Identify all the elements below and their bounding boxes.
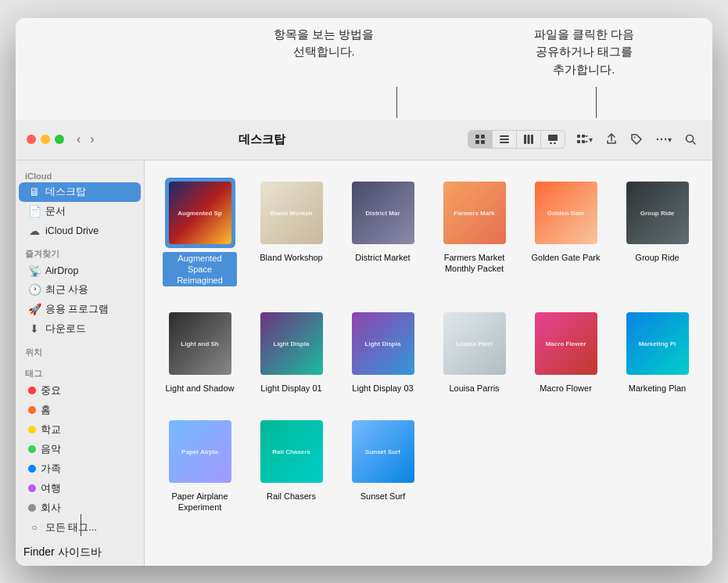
- sidebar-item-home[interactable]: 홈: [19, 401, 141, 420]
- back-button[interactable]: ‹: [74, 131, 84, 148]
- more-options-button[interactable]: ▾: [651, 130, 676, 149]
- file-item-light-display1[interactable]: Light DisplaLight Display 01: [249, 304, 334, 398]
- sidebar-item-important-label: 중요: [41, 384, 61, 398]
- tooltip-left: 항목을 보는 방법을선택합니다.: [274, 26, 374, 61]
- search-button[interactable]: [680, 130, 701, 149]
- sidebar-item-documents[interactable]: 📄 문서: [19, 202, 141, 221]
- sidebar-item-downloads[interactable]: ⬇ 다운로드: [19, 319, 141, 339]
- svg-rect-12: [554, 142, 556, 144]
- sidebar-item-applications[interactable]: 🚀 응용 프로그램: [19, 300, 141, 319]
- svg-rect-15: [577, 140, 580, 143]
- file-item-light-display3[interactable]: Light DisplaLight Display 03: [340, 304, 425, 398]
- file-item-group[interactable]: Group RideGroup Ride: [615, 173, 700, 292]
- svg-point-20: [665, 139, 666, 140]
- file-thumb-wrap-augmented: Augmented Sp: [165, 178, 235, 248]
- file-item-golden[interactable]: Golden Gate Golden Gate Park: [523, 173, 608, 292]
- sidebar-item-music-label: 음악: [41, 443, 61, 456]
- file-thumb-wrap-light-shadow: Light and Sh: [165, 308, 235, 379]
- traffic-lights: [27, 135, 64, 144]
- view-columns-button[interactable]: [517, 131, 541, 148]
- file-name-light-display1: Light Display 01: [260, 383, 321, 394]
- sidebar-section-locations-title: 위치: [16, 342, 144, 360]
- sidebar-item-travel[interactable]: 여행: [19, 479, 141, 498]
- share-button[interactable]: [601, 130, 622, 149]
- tooltip-right: 파일을 클릭한 다음공유하거나 태그를추가합니다.: [534, 26, 634, 79]
- finder-window: 항목을 보는 방법을선택합니다. 파일을 클릭한 다음공유하거나 태그를추가합니…: [16, 18, 712, 566]
- file-item-sunset[interactable]: Sunset SurfSunset Surf: [340, 412, 425, 518]
- file-item-light-shadow[interactable]: Light and ShLight and Shadow: [157, 304, 242, 398]
- desktop-icon: 🖥: [28, 185, 41, 198]
- file-name-light-display3: Light Display 03: [352, 383, 413, 394]
- file-thumb-light-display1: Light Displa: [260, 312, 323, 375]
- file-thumb-wrap-rail: Rail Chasers: [256, 416, 327, 487]
- svg-point-17: [634, 137, 636, 139]
- sidebar-item-important[interactable]: 중요: [19, 381, 141, 401]
- file-name-rail: Rail Chasers: [267, 491, 316, 502]
- location-label: 데스크탑: [104, 132, 421, 147]
- sidebar-section-tags: 태그 중요 홈 학교 음악: [16, 363, 144, 538]
- svg-point-19: [661, 139, 662, 140]
- close-button[interactable]: [27, 135, 36, 144]
- minimize-button[interactable]: [41, 135, 50, 144]
- forward-button[interactable]: ›: [87, 131, 97, 148]
- svg-rect-9: [531, 135, 533, 144]
- svg-rect-6: [500, 142, 509, 143]
- tooltip-area: 항목을 보는 방법을선택합니다. 파일을 클릭한 다음공유하거나 태그를추가합니…: [16, 18, 712, 120]
- sidebar-item-home-label: 홈: [41, 404, 51, 417]
- sidebar-item-school[interactable]: 학교: [19, 420, 141, 440]
- group-button[interactable]: ▾: [572, 130, 597, 149]
- file-thumb-paper: Paper Airpla: [169, 420, 231, 483]
- file-name-augmented: Augmented Space Reimagined: [163, 252, 237, 287]
- sidebar-item-icloud-drive-label: iCloud Drive: [45, 225, 99, 236]
- file-item-bland[interactable]: Bland WorkshBland Workshop: [249, 173, 334, 292]
- sidebar-item-family[interactable]: 가족: [19, 459, 141, 479]
- view-list-button[interactable]: [493, 131, 517, 148]
- file-name-golden: Golden Gate Park: [531, 252, 600, 263]
- airdrop-icon: 📡: [28, 265, 41, 277]
- school-tag-dot: [28, 426, 36, 434]
- titlebar: ‹ › 데스크탑 ▾: [16, 120, 712, 160]
- sidebar-item-airdrop-label: AirDrop: [45, 265, 78, 276]
- file-item-macro[interactable]: Macro FlowerMacro Flower: [523, 304, 608, 398]
- file-item-paper[interactable]: Paper AirplaPaper Airplane Experiment: [157, 412, 242, 518]
- file-item-rail[interactable]: Rail ChasersRail Chasers: [249, 412, 334, 518]
- fullscreen-button[interactable]: [55, 135, 64, 144]
- file-item-district[interactable]: District MarDistrict Market: [340, 173, 425, 292]
- svg-rect-4: [500, 135, 509, 137]
- file-name-bland: Bland Workshop: [260, 252, 323, 263]
- svg-rect-1: [481, 135, 485, 139]
- view-gallery-button[interactable]: [541, 131, 565, 148]
- sidebar-item-airdrop[interactable]: 📡 AirDrop: [19, 261, 141, 280]
- icloud-icon: ☁: [28, 225, 41, 237]
- sidebar-item-recent[interactable]: 🕐 최근 사용: [19, 280, 141, 300]
- file-thumb-wrap-light-display1: Light Displa: [256, 308, 327, 379]
- sidebar-section-locations: 위치: [16, 342, 144, 360]
- file-item-louisa[interactable]: Louisa ParriLouisa Parris: [432, 304, 517, 398]
- file-item-marketing[interactable]: Marketing PlMarketing Plan: [615, 304, 700, 398]
- file-item-farmers[interactable]: Farmers MarkFarmers Market Monthly Packe…: [432, 173, 517, 292]
- sidebar-item-company[interactable]: 회사: [19, 498, 141, 518]
- tag-button[interactable]: [626, 130, 647, 149]
- svg-rect-16: [582, 140, 585, 143]
- finder-sidebar-label: Finder 사이드바: [23, 545, 102, 560]
- file-thumb-district: District Mar: [352, 182, 414, 244]
- svg-rect-8: [528, 135, 530, 144]
- file-item-augmented[interactable]: Augmented SpAugmented Space Reimagined: [157, 173, 242, 292]
- home-tag-dot: [28, 406, 36, 414]
- sidebar-section-favorites-title: 즐겨찾기: [16, 243, 144, 261]
- file-grid: Augmented SpAugmented Space ReimaginedBl…: [157, 173, 700, 518]
- sidebar-item-music[interactable]: 음악: [19, 440, 141, 459]
- tooltip-line-right: [596, 87, 597, 118]
- travel-tag-dot: [28, 484, 36, 492]
- svg-rect-2: [475, 140, 479, 144]
- view-icons-button[interactable]: [468, 131, 493, 148]
- sidebar-section-icloud: iCloud 🖥 데스크탑 📄 문서 ☁ iCloud Drive: [16, 167, 144, 240]
- sidebar-item-all-tags[interactable]: ○ 모든 태그...: [19, 518, 141, 538]
- file-name-sunset: Sunset Surf: [360, 491, 405, 502]
- file-thumb-augmented: Augmented Sp: [169, 182, 231, 244]
- view-options: [468, 130, 565, 149]
- sidebar-section-tags-title: 태그: [16, 363, 144, 381]
- sidebar-label-line: [81, 514, 81, 536]
- sidebar-item-icloud-drive[interactable]: ☁ iCloud Drive: [19, 221, 141, 240]
- sidebar-item-desktop[interactable]: 🖥 데스크탑: [19, 182, 141, 202]
